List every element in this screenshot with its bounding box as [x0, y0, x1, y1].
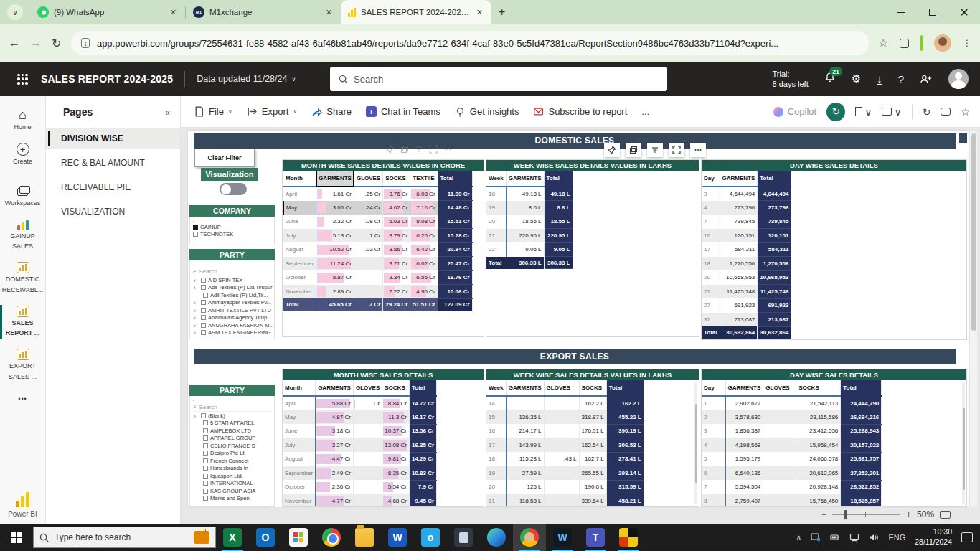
- search-input[interactable]: Search: [330, 67, 667, 91]
- table-cell[interactable]: 691,923: [758, 298, 791, 313]
- table-cell[interactable]: 17: [702, 242, 720, 257]
- table-cell[interactable]: 214.17 L: [506, 424, 544, 438]
- table-cell[interactable]: 21: [486, 494, 506, 507]
- table-cell[interactable]: 3.86 Cr: [383, 242, 410, 257]
- table-cell[interactable]: 20.47 Cr: [438, 257, 472, 271]
- column-header[interactable]: Total: [544, 171, 573, 187]
- rail-item-sales[interactable]: SALESREPORT ...: [0, 301, 46, 344]
- filter-item[interactable]: ∧Adil Textiles (P) Ltd,Tirupur: [193, 284, 274, 292]
- taskbar-app-file-explorer[interactable]: [348, 524, 381, 551]
- tab-close-icon[interactable]: ✕: [169, 8, 178, 17]
- table-cell[interactable]: August: [283, 452, 316, 466]
- table-cell[interactable]: 691,923: [720, 298, 758, 313]
- table-cell[interactable]: 339.64 L: [579, 494, 606, 507]
- help-icon[interactable]: ?: [898, 73, 904, 85]
- filter-item[interactable]: French Connect: [193, 457, 274, 465]
- table-cell[interactable]: 20,928,148: [796, 480, 841, 494]
- table-cell[interactable]: 4.77 Cr: [316, 494, 354, 507]
- share-button[interactable]: Share: [311, 106, 352, 117]
- table-cell[interactable]: 25,661,757: [841, 452, 882, 466]
- filter-item[interactable]: TECHNOTEK: [193, 231, 274, 239]
- table-cell[interactable]: 162.7 L: [579, 452, 606, 466]
- table-cell[interactable]: 20: [486, 215, 506, 229]
- table-cell[interactable]: 3.76 Cr: [383, 187, 410, 201]
- table-cell[interactable]: 15.51 Cr: [438, 215, 472, 229]
- column-header[interactable]: Total: [758, 171, 791, 187]
- table-cell[interactable]: [763, 480, 796, 494]
- table-cell[interactable]: 5.54 Cr: [382, 480, 410, 494]
- table-cell[interactable]: 5: [702, 452, 725, 466]
- table-cell[interactable]: 8: [702, 494, 725, 507]
- table-cell[interactable]: [354, 270, 382, 285]
- invite-people-icon[interactable]: [920, 74, 933, 84]
- table-cell[interactable]: 30,632,864: [758, 326, 791, 339]
- filter-item[interactable]: ∨AMRIT TEXTILE PVT LTD: [193, 306, 274, 314]
- rail-item-home[interactable]: Home: [0, 103, 46, 138]
- filter-item[interactable]: ∨Ammayapper Textiles Pv...: [193, 299, 274, 307]
- table-cell[interactable]: [544, 480, 579, 494]
- table-cell[interactable]: .7 Cr: [354, 298, 382, 311]
- table-cell[interactable]: 2.36 Cr: [316, 480, 354, 494]
- table-cell[interactable]: September: [283, 257, 316, 271]
- checkbox[interactable]: [203, 420, 208, 425]
- table-cell[interactable]: 18: [486, 187, 506, 201]
- taskbar-app-outlook-classic[interactable]: o: [414, 524, 447, 551]
- table-cell[interactable]: 15,766,450: [796, 494, 841, 507]
- table-cell[interactable]: 1,595,179: [725, 452, 763, 466]
- table-cell[interactable]: 8.6 L: [506, 201, 544, 215]
- bookmarks-button[interactable]: ∨: [855, 106, 872, 118]
- table-cell[interactable]: Total: [486, 257, 506, 269]
- table-cell[interactable]: 10,668,953: [720, 270, 758, 285]
- view-button[interactable]: ∨: [882, 106, 901, 118]
- table-cell[interactable]: 273,796: [720, 201, 758, 215]
- table-cell[interactable]: 6.26 Cr: [410, 229, 438, 243]
- filter-button[interactable]: [647, 143, 663, 157]
- expand-chevron-icon[interactable]: ∧: [193, 413, 199, 418]
- table-cell[interactable]: 10.52 Cr: [316, 242, 354, 257]
- table-cell[interactable]: Total: [702, 326, 720, 339]
- download-icon[interactable]: ↓: [877, 73, 882, 85]
- table-cell[interactable]: 213,087: [758, 313, 791, 327]
- favorite-button[interactable]: ☆: [961, 106, 970, 118]
- table-cell[interactable]: April: [283, 187, 316, 201]
- table-cell[interactable]: 19: [486, 466, 506, 481]
- filter-item[interactable]: Hanesbrands In: [193, 465, 274, 473]
- table-cell[interactable]: 7: [702, 480, 725, 494]
- filter-item[interactable]: Desipro Pte Lt: [193, 450, 274, 458]
- table-cell[interactable]: 10.83 Cr: [409, 466, 436, 481]
- table-cell[interactable]: 2: [702, 410, 725, 425]
- copy-button[interactable]: [626, 143, 641, 157]
- column-header[interactable]: GLOVES: [763, 380, 796, 396]
- browser-avatar[interactable]: [934, 34, 951, 52]
- table-cell[interactable]: 2,759,407: [725, 494, 763, 507]
- table-cell[interactable]: 23,115,586: [796, 410, 841, 425]
- column-header[interactable]: Day: [702, 171, 720, 187]
- refresh-button[interactable]: ↻: [923, 106, 931, 118]
- table-cell[interactable]: 31: [702, 313, 720, 327]
- checkbox[interactable]: [201, 315, 206, 320]
- zoom-in-icon[interactable]: +: [906, 509, 911, 519]
- table-cell[interactable]: 8.08 Cr: [410, 215, 438, 229]
- table-cell[interactable]: 318.87 L: [579, 410, 606, 425]
- collapse-pane-icon[interactable]: «: [165, 107, 170, 118]
- expand-chevron-icon[interactable]: ∨: [193, 315, 199, 320]
- table-cell[interactable]: Cr: [353, 396, 382, 410]
- table-cell[interactable]: 49.18 L: [544, 187, 573, 201]
- fit-to-page-icon[interactable]: [940, 511, 951, 519]
- settings-gear-icon[interactable]: ⚙: [852, 72, 861, 85]
- table-cell[interactable]: 3: [702, 424, 725, 438]
- table-cell[interactable]: 2.49 Cr: [316, 466, 354, 481]
- table-cell[interactable]: 136.35 L: [506, 410, 544, 425]
- table-cell[interactable]: 4.68 Cr: [382, 494, 410, 507]
- table-cell[interactable]: May: [283, 410, 316, 425]
- table-cell[interactable]: 24,066,578: [796, 452, 841, 466]
- column-header[interactable]: Month: [283, 380, 316, 396]
- table-cell[interactable]: [354, 285, 382, 299]
- table-cell[interactable]: May: [283, 201, 316, 215]
- volume-icon[interactable]: [869, 533, 879, 542]
- table-cell[interactable]: 45.65 Cr: [316, 298, 354, 311]
- column-header[interactable]: Total: [841, 380, 882, 396]
- filter-icon[interactable]: [415, 145, 423, 154]
- checkbox[interactable]: [203, 293, 208, 298]
- checkbox[interactable]: [203, 474, 208, 479]
